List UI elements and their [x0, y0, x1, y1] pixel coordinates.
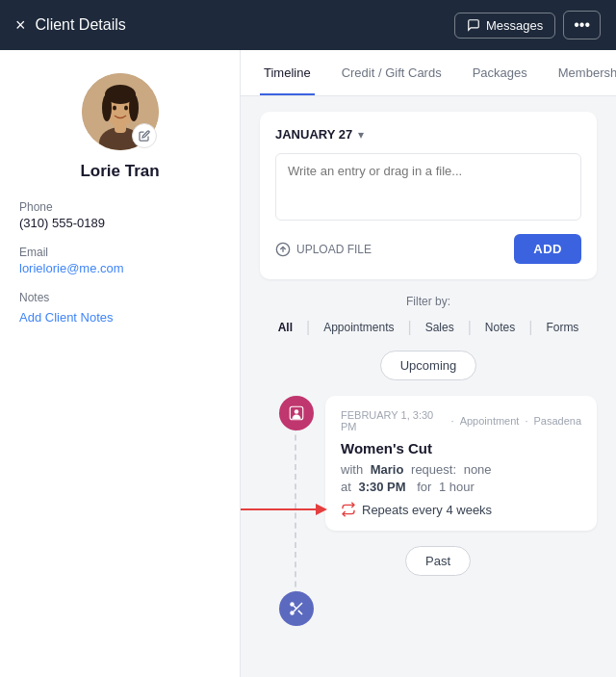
- email-label: Email: [19, 246, 220, 259]
- date-label: JANUARY 27: [275, 127, 352, 142]
- edit-profile-button[interactable]: [132, 123, 157, 148]
- person-icon: [288, 404, 305, 422]
- appt-with: with Mario request: none: [341, 462, 581, 477]
- email-value: lorielorie@me.com: [19, 261, 220, 275]
- timeline-item: FEBRUARY 1, 3:30 PM · Appointment · Pasa…: [279, 396, 597, 531]
- add-button[interactable]: ADD: [514, 234, 581, 264]
- close-icon[interactable]: ×: [15, 15, 26, 36]
- with-label: with: [341, 462, 363, 477]
- info-section: Phone (310) 555-0189 Email lorielorie@me…: [19, 200, 220, 325]
- date-chevron-icon[interactable]: ▾: [358, 128, 364, 142]
- add-notes-link[interactable]: Add Client Notes: [19, 310, 114, 325]
- avatar-wrapper: [82, 73, 159, 150]
- email-group: Email lorielorie@me.com: [19, 246, 220, 275]
- duration-value: 1 hour: [439, 480, 475, 494]
- sidebar: Lorie Tran Phone (310) 555-0189 Email lo…: [0, 50, 241, 677]
- tab-credit-gift-cards[interactable]: Credit / Gift Cards: [338, 50, 446, 95]
- duration-for-label: for: [417, 480, 431, 494]
- past-button[interactable]: Past: [405, 546, 471, 576]
- profile-section: Lorie Tran: [19, 73, 220, 181]
- appt-location: Pasadena: [533, 415, 581, 427]
- appt-time: at 3:30 PM for 1 hour: [341, 480, 581, 494]
- arrow-indicator: [241, 500, 331, 519]
- filter-pills: All | Appointments | Sales | Notes | For…: [260, 316, 597, 339]
- entry-textarea[interactable]: [275, 153, 581, 221]
- entry-footer: UPLOAD FILE ADD: [275, 234, 581, 264]
- tab-timeline[interactable]: Timeline: [260, 50, 315, 95]
- more-options-button[interactable]: •••: [563, 11, 601, 39]
- upcoming-wrapper: Upcoming: [260, 351, 597, 380]
- time-at-label: at: [341, 480, 351, 494]
- main-layout: Lorie Tran Phone (310) 555-0189 Email lo…: [0, 50, 616, 677]
- filter-label: Filter by:: [260, 295, 597, 308]
- entry-card: JANUARY 27 ▾ UPLOAD FILE ADD: [260, 112, 597, 279]
- appt-meta: FEBRUARY 1, 3:30 PM · Appointment · Pasa…: [341, 409, 581, 432]
- message-icon: [467, 18, 480, 32]
- svg-point-15: [290, 602, 295, 607]
- bottom-timeline-icon: [279, 591, 314, 626]
- appointment-icon: [279, 396, 314, 430]
- request-label: request:: [411, 462, 456, 477]
- repeat-icon: [341, 502, 356, 517]
- pencil-icon: [139, 130, 150, 142]
- timeline-content: JANUARY 27 ▾ UPLOAD FILE ADD: [241, 96, 616, 641]
- tab-packages[interactable]: Packages: [469, 50, 531, 95]
- notes-label: Notes: [19, 291, 220, 304]
- svg-line-18: [298, 611, 302, 614]
- provider-name: Mario: [371, 462, 404, 477]
- phone-value: (310) 555-0189: [19, 216, 220, 230]
- repeats-row: Repeats every 4 weeks: [341, 502, 581, 517]
- upload-icon: [275, 242, 291, 257]
- timeline: FEBRUARY 1, 3:30 PM · Appointment · Pasa…: [260, 396, 597, 626]
- client-name: Lorie Tran: [80, 162, 159, 181]
- svg-point-6: [129, 94, 139, 121]
- header: × Client Details Messages •••: [0, 0, 616, 50]
- upcoming-button[interactable]: Upcoming: [380, 351, 477, 380]
- messages-button[interactable]: Messages: [454, 13, 555, 39]
- appt-date: FEBRUARY 1, 3:30 PM: [341, 409, 446, 432]
- filter-forms[interactable]: Forms: [532, 316, 592, 339]
- request-value: none: [464, 462, 492, 477]
- page-title: Client Details: [36, 16, 126, 34]
- filter-section: Filter by: All | Appointments | Sales | …: [260, 295, 597, 339]
- appt-type: Appointment: [460, 415, 520, 427]
- tab-memberships[interactable]: Memberships: [554, 50, 616, 95]
- svg-point-7: [113, 106, 116, 111]
- filter-sales[interactable]: Sales: [412, 316, 468, 339]
- bottom-timeline-item: [279, 591, 597, 626]
- content-area: Timeline Credit / Gift Cards Packages Me…: [241, 50, 616, 677]
- svg-point-5: [102, 94, 112, 121]
- svg-line-19: [294, 606, 296, 609]
- past-wrapper: Past: [279, 546, 597, 576]
- repeats-label: Repeats every 4 weeks: [362, 503, 492, 517]
- header-right: Messages •••: [454, 11, 601, 39]
- svg-point-12: [295, 409, 299, 414]
- filter-appointments[interactable]: Appointments: [310, 316, 407, 339]
- phone-label: Phone: [19, 200, 220, 214]
- scissors-icon: [288, 600, 305, 617]
- phone-group: Phone (310) 555-0189: [19, 200, 220, 230]
- appt-title: Women's Cut: [341, 440, 581, 456]
- svg-point-8: [124, 106, 128, 111]
- upload-file-button[interactable]: UPLOAD FILE: [275, 242, 372, 257]
- header-left: × Client Details: [15, 15, 126, 36]
- filter-all[interactable]: All: [265, 316, 306, 339]
- svg-point-16: [290, 611, 295, 615]
- time-value: 3:30 PM: [358, 480, 405, 494]
- date-row: JANUARY 27 ▾: [275, 127, 581, 142]
- notes-section: Notes Add Client Notes: [19, 291, 220, 325]
- appointment-card: FEBRUARY 1, 3:30 PM · Appointment · Pasa…: [325, 396, 597, 531]
- tabs-bar: Timeline Credit / Gift Cards Packages Me…: [241, 50, 616, 96]
- filter-notes[interactable]: Notes: [472, 316, 528, 339]
